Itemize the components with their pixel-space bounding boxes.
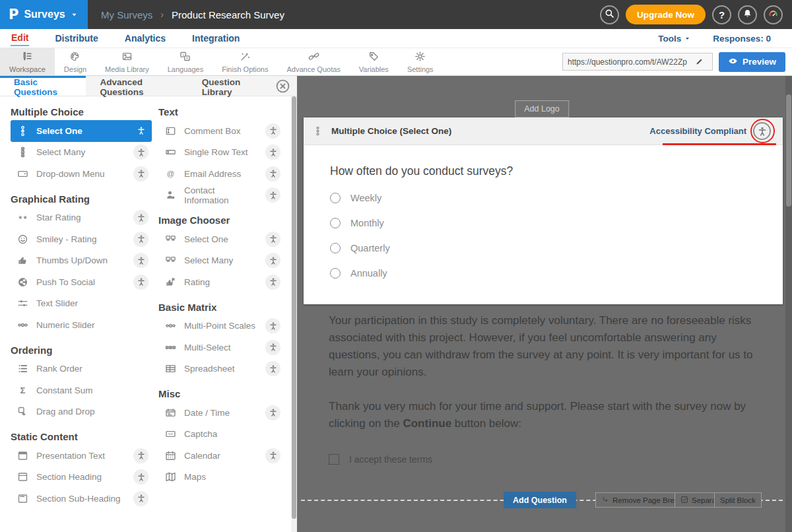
sidebar-tab-advanced-questions[interactable]: Advanced Questions [86,76,187,96]
canvas-scrollbar-thumb[interactable] [786,94,791,207]
question-type-rating[interactable]: Rating [158,271,284,293]
tools-menu[interactable]: Tools [658,34,690,44]
edit-url-pencil-icon[interactable] [692,55,707,69]
toolbar-media-library[interactable]: Media Library [96,48,158,75]
accessibility-icon [265,145,280,160]
question-type-presentation-text[interactable]: Presentation Text [11,445,152,467]
consent-text-block[interactable]: Your participation in this study is comp… [329,312,756,468]
search-icon [605,9,614,20]
date-time-icon [165,407,177,418]
accept-terms-row[interactable]: I accept these terms [329,451,756,468]
responses-count[interactable]: Responses: 0 [713,34,771,44]
canvas-scrollbar[interactable] [785,76,792,532]
image-rating-icon [165,277,177,288]
answer-option-quarterly[interactable]: Quarterly [330,243,756,253]
question-type-email-address[interactable]: @Email Address [158,163,284,185]
question-type-date-time[interactable]: Date / Time [158,402,284,424]
question-type-label: Calendar [184,451,220,461]
question-type-select-many[interactable]: Select Many [11,142,152,164]
question-type-constant-sum[interactable]: ΣConstant Sum [11,380,152,401]
question-type-select-one[interactable]: Select One [158,228,284,250]
top-header: P Surveys My Surveys › Product Research … [0,0,792,29]
radio-button[interactable] [330,193,341,203]
group-title-ordering: Ordering [11,345,158,356]
toolbar-label: Variables [359,65,389,73]
accept-terms-checkbox[interactable] [329,454,339,465]
question-type-label: Rating [184,277,210,287]
toolbar-languages[interactable]: xALanguages [158,48,213,75]
upgrade-now-button[interactable]: Upgrade Now [626,5,706,24]
surveys-product-menu[interactable]: P Surveys [0,0,88,29]
question-type-section-sub-heading[interactable]: Section Sub-Heading [11,488,152,510]
survey-url-input[interactable] [563,57,692,67]
drag-handle-icon[interactable] [313,125,323,137]
question-type-multi-select[interactable]: Multi-Select [158,337,284,358]
question-type-comment-box[interactable]: Comment Box [158,120,284,142]
accessibility-icon [265,340,280,355]
question-type-label: Rank Order [36,364,82,374]
group-title-misc: Misc [158,388,290,399]
toolbar-advance-quotas[interactable]: Advance Quotas [277,48,349,75]
answer-option-weekly[interactable]: Weekly [330,193,756,203]
sidebar-tab-basic-questions[interactable]: Basic Questions [0,76,86,96]
question-type-label: Smiley - Rating [36,234,97,244]
questionpro-app: P Surveys My Surveys › Product Research … [0,0,792,532]
toolbar-finish-options[interactable]: Finish Options [213,48,277,75]
add-logo-button[interactable]: Add Logo [515,100,569,117]
breadcrumb-my-surveys[interactable]: My Surveys [101,9,152,20]
profile-meter-button[interactable] [764,5,783,24]
toolbar-variables[interactable]: Variables [350,48,398,75]
option-label: Annually [350,268,387,279]
question-type-rank-order[interactable]: Rank Order [11,358,152,380]
question-type-text-slider[interactable]: Text Slider [11,293,152,315]
question-type-numeric-slider[interactable]: Numeric Slider [11,314,152,336]
question-type-captcha[interactable]: vcsCaptcha [158,424,284,446]
question-type-star-rating[interactable]: ★★Star Rating [11,207,152,229]
finish-options-wand-icon [240,51,251,63]
preview-button[interactable]: Preview [719,52,785,72]
search-button[interactable] [600,5,619,24]
question-type-drag-and-drop[interactable]: Drag and Drop [11,401,152,423]
split-block-button[interactable]: Split Block [714,492,762,508]
answer-option-annually[interactable]: Annually [330,268,756,279]
nav-tab-edit[interactable]: Edit [11,30,29,46]
question-type-contact-information[interactable]: Contact Information [158,185,284,207]
question-type-drop-down-menu[interactable]: Drop-down Menu [11,163,152,185]
svg-text:@: @ [167,169,175,178]
radio-button[interactable] [330,243,341,253]
question-type-spreadsheet[interactable]: Spreadsheet [158,358,284,380]
sidebar-scrollbar-thumb[interactable] [292,96,296,519]
accessibility-icon [265,123,280,139]
question-type-select-one[interactable]: Select One [11,120,152,142]
notifications-button[interactable] [738,5,757,24]
toolbar-design[interactable]: Design [55,48,96,75]
sidebar-scrollbar[interactable] [291,96,297,532]
toolbar-settings[interactable]: Settings [398,48,443,75]
nav-tab-analytics[interactable]: Analytics [124,31,166,46]
radio-button[interactable] [330,268,341,279]
help-button[interactable]: ? [712,5,731,24]
question-type-section-heading[interactable]: Section Heading [11,467,152,488]
answer-option-monthly[interactable]: Monthly [330,218,756,228]
radio-button[interactable] [330,218,341,228]
sidebar-tab-question-library[interactable]: Question Library [188,76,275,96]
add-question-button[interactable]: Add Question [504,492,576,508]
question-type-label: Text Slider [36,298,78,308]
question-type-smiley-rating[interactable]: Smiley - Rating [11,228,152,250]
close-sidebar-button[interactable] [275,79,290,94]
nav-tab-distribute[interactable]: Distribute [54,31,98,46]
question-type-calendar[interactable]: Calendar [158,445,284,467]
question-type-maps[interactable]: Maps [158,467,284,488]
question-type-single-row-text[interactable]: Single Row Text [158,142,284,164]
question-type-select-many[interactable]: Select Many [158,250,284,272]
question-text[interactable]: How often do you conduct surveys? [330,164,756,178]
toolbar-workspace[interactable]: Workspace [0,48,55,75]
question-type-thumbs-up-down[interactable]: Thumbs Up/Down [11,250,152,272]
nav-tab-integration[interactable]: Integration [191,31,240,46]
maps-icon [165,471,177,482]
text-slider-icon [17,298,29,309]
accessibility-icon [133,469,148,484]
question-type-multi-point-scales[interactable]: Multi-Point Scales [158,316,284,337]
accessibility-icon[interactable] [753,122,771,140]
question-type-push-to-social[interactable]: Push To Social [11,271,152,293]
